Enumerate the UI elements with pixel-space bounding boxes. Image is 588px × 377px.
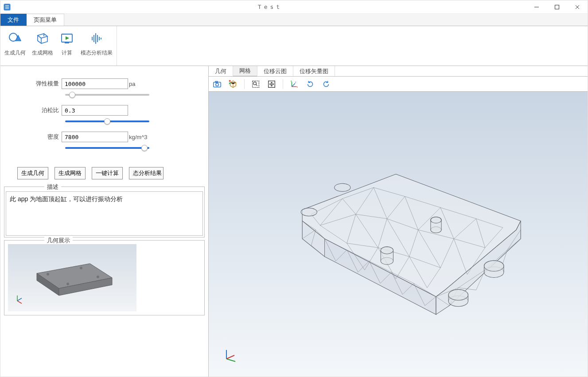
- unit-elastic-modulus: pa: [129, 81, 135, 87]
- description-legend: 描述: [44, 183, 61, 191]
- description-fieldset: 描述 此 app 为地面顶起缸，可以进行振动分析: [4, 187, 205, 237]
- compute-icon: [59, 30, 75, 47]
- label-density: 密度: [31, 133, 62, 141]
- btn-modal-analysis-result[interactable]: 态分析结果: [129, 167, 164, 179]
- ribbon-label: 模态分析结果: [81, 47, 113, 57]
- title-bar: Test: [0, 0, 588, 14]
- svg-rect-1: [555, 5, 559, 9]
- ribbon-generate-mesh[interactable]: 生成网格: [29, 28, 56, 64]
- tab-file[interactable]: 文件: [0, 14, 27, 26]
- mesh-render: [209, 92, 588, 377]
- svg-point-7: [47, 273, 49, 276]
- svg-point-35: [484, 260, 504, 271]
- ribbon-generate-geometry[interactable]: 生成几何: [1, 28, 29, 64]
- geometry-legend: 几何展示: [44, 237, 73, 245]
- main-tab-strip: 文件 页面菜单: [0, 14, 588, 26]
- toolbar-separator: [283, 79, 283, 89]
- geometry-preview: [8, 244, 136, 311]
- slider-poisson-row: [31, 117, 200, 132]
- btn-generate-mesh[interactable]: 生成网格: [55, 167, 86, 179]
- svg-point-8: [80, 267, 82, 269]
- view-tab-strip: 几何 网格 位移云图 位移矢量图: [209, 66, 588, 77]
- view-tab-displacement-contour[interactable]: 位移云图: [257, 66, 293, 76]
- btn-one-click-compute[interactable]: 一键计算: [92, 167, 123, 179]
- label-poisson: 泊松比: [31, 106, 62, 114]
- app-window: Test 文件 页面菜单: [0, 0, 588, 377]
- slider-density-row: [31, 144, 200, 158]
- ribbon-group: 生成几何 生成网格 计: [0, 26, 117, 66]
- parameter-table: 弹性模量 pa 泊松比 密度: [4, 70, 205, 163]
- slider-elastic-modulus[interactable]: [65, 94, 149, 96]
- fit-view-icon[interactable]: [266, 78, 277, 90]
- description-text[interactable]: 此 app 为地面顶起缸，可以进行振动分析: [6, 191, 203, 236]
- mesh-icon: [35, 30, 51, 47]
- svg-point-10: [66, 283, 69, 285]
- geometry-icon: [7, 30, 23, 47]
- view-toolbar: zxy: [209, 77, 588, 92]
- svg-rect-14: [229, 80, 231, 82]
- input-poisson[interactable]: [62, 105, 128, 116]
- toolbar-separator: [244, 79, 245, 89]
- svg-point-12: [216, 83, 218, 86]
- zoom-box-icon[interactable]: [250, 78, 261, 90]
- svg-rect-15: [229, 82, 231, 84]
- maximize-button[interactable]: [547, 0, 567, 14]
- geometry-preview-fieldset: 几何展示: [4, 240, 205, 315]
- row-elastic-modulus: 弹性模量 pa: [31, 78, 200, 89]
- svg-point-33: [448, 290, 468, 300]
- svg-text:x: x: [297, 86, 298, 88]
- window-buttons: [526, 0, 588, 14]
- svg-text:y: y: [295, 81, 296, 83]
- close-button[interactable]: [567, 0, 588, 14]
- app-icon: [0, 0, 14, 14]
- slider-density[interactable]: [65, 147, 149, 149]
- unit-density: kg/m^3: [129, 134, 148, 140]
- screenshot-icon[interactable]: [211, 78, 223, 90]
- rotate-right-icon[interactable]: [320, 78, 332, 90]
- input-elastic-modulus[interactable]: [62, 78, 128, 89]
- view-tab-displacement-vector[interactable]: 位移矢量图: [293, 66, 335, 76]
- slider-elastic-modulus-row: [31, 91, 200, 105]
- window-title: Test: [14, 4, 526, 10]
- tab-page-menu[interactable]: 页面菜单: [27, 14, 64, 26]
- action-button-row: 生成几何 生成网格 一键计算 态分析结果: [4, 163, 205, 184]
- geometry-preview-svg: [15, 247, 130, 309]
- svg-point-9: [97, 276, 99, 278]
- axis-triad-icon[interactable]: zxy: [288, 78, 300, 90]
- svg-point-27: [301, 208, 317, 216]
- left-panel: 弹性模量 pa 泊松比 密度: [0, 66, 209, 377]
- svg-point-31: [431, 217, 441, 223]
- cube-view-icon[interactable]: [227, 78, 239, 90]
- ribbon-label: 生成网格: [32, 47, 53, 57]
- label-elastic-modulus: 弹性模量: [31, 80, 62, 88]
- input-density[interactable]: [62, 132, 128, 142]
- ribbon-modal-result[interactable]: 模态分析结果: [78, 28, 116, 64]
- slider-poisson[interactable]: [65, 120, 149, 122]
- ribbon: 生成几何 生成网格 计: [0, 26, 588, 66]
- ribbon-compute[interactable]: 计算: [56, 28, 78, 64]
- ribbon-label: 计算: [62, 47, 72, 57]
- svg-point-26: [335, 183, 350, 191]
- 3d-canvas[interactable]: [209, 92, 588, 377]
- workspace: 弹性模量 pa 泊松比 密度: [0, 66, 588, 377]
- axis-triad: [222, 346, 240, 363]
- right-panel: 几何 网格 位移云图 位移矢量图: [209, 66, 588, 377]
- svg-text:z: z: [291, 79, 292, 82]
- ribbon-label: 生成几何: [4, 47, 26, 57]
- view-tab-mesh[interactable]: 网格: [233, 66, 257, 77]
- row-density: 密度 kg/m^3: [31, 132, 200, 142]
- btn-generate-geometry[interactable]: 生成几何: [17, 167, 48, 179]
- minimize-button[interactable]: [526, 0, 547, 14]
- view-tab-geometry[interactable]: 几何: [209, 66, 233, 76]
- row-poisson: 泊松比: [31, 105, 200, 116]
- rotate-left-icon[interactable]: [304, 78, 316, 90]
- svg-point-17: [253, 82, 256, 84]
- svg-point-29: [381, 247, 393, 254]
- wave-icon: [89, 30, 105, 47]
